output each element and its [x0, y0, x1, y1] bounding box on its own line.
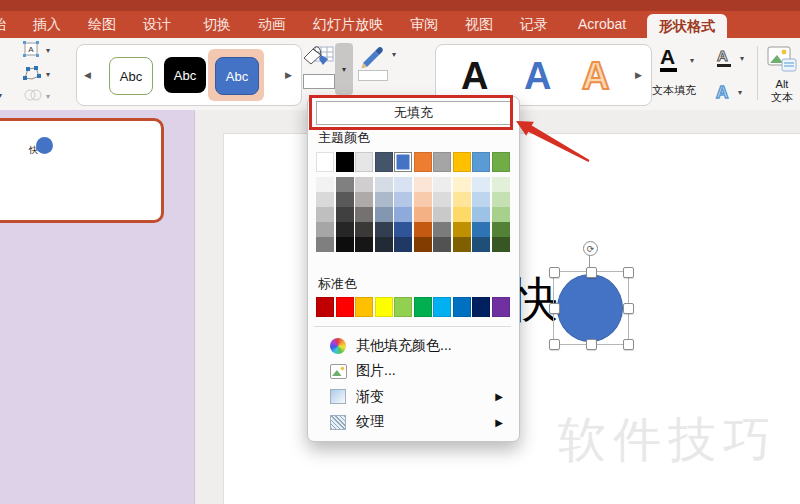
- cut-off-dropdown-icon[interactable]: ▾: [0, 91, 2, 100]
- color-variant-swatch[interactable]: [355, 207, 373, 222]
- color-swatch[interactable]: [414, 297, 432, 317]
- color-variant-swatch[interactable]: [375, 207, 393, 222]
- color-variant-swatch[interactable]: [433, 177, 451, 192]
- tab-Acrobat[interactable]: Acrobat: [578, 11, 626, 38]
- tab-切换[interactable]: 切换: [203, 11, 231, 38]
- text-fill-button[interactable]: A: [660, 46, 677, 72]
- gallery-scroll-left-icon[interactable]: ◀: [84, 70, 91, 80]
- tab-视图[interactable]: 视图: [465, 11, 493, 38]
- color-variant-swatch[interactable]: [336, 222, 354, 237]
- shape-style-preset-black[interactable]: Abc: [164, 57, 206, 93]
- menu-item-图片[interactable]: 图片...: [316, 359, 511, 384]
- text-outline-button[interactable]: A: [717, 48, 731, 67]
- color-swatch[interactable]: [375, 297, 393, 317]
- color-swatch[interactable]: [492, 297, 510, 317]
- color-variant-swatch[interactable]: [492, 192, 510, 207]
- color-variant-swatch[interactable]: [453, 207, 471, 222]
- resize-handle[interactable]: [586, 267, 597, 278]
- color-variant-swatch[interactable]: [355, 222, 373, 237]
- color-variant-swatch[interactable]: [394, 207, 412, 222]
- menu-item-纹理[interactable]: 纹理▶: [316, 410, 511, 435]
- edit-points-dropdown-icon[interactable]: ▾: [46, 70, 50, 79]
- edit-textbox-dropdown-icon[interactable]: ▾: [46, 46, 50, 55]
- tab-动画[interactable]: 动画: [258, 11, 286, 38]
- color-variant-swatch[interactable]: [433, 222, 451, 237]
- color-swatch[interactable]: [472, 297, 490, 317]
- resize-handle[interactable]: [623, 267, 634, 278]
- color-variant-swatch[interactable]: [414, 177, 432, 192]
- menu-item-其他填充颜色[interactable]: 其他填充颜色...: [316, 333, 511, 358]
- text-effects-dropdown-icon[interactable]: ▾: [738, 88, 742, 97]
- gallery-scroll-right-icon[interactable]: ▶: [285, 70, 292, 80]
- tab-设计[interactable]: 设计: [143, 11, 171, 38]
- color-variant-swatch[interactable]: [316, 222, 334, 237]
- color-variant-swatch[interactable]: [394, 237, 412, 252]
- color-variant-swatch[interactable]: [394, 177, 412, 192]
- color-variant-swatch[interactable]: [316, 207, 334, 222]
- shape-style-preset-blue[interactable]: Abc: [215, 57, 259, 95]
- tab-插入[interactable]: 插入: [33, 11, 61, 38]
- shape-style-preset-outline[interactable]: Abc: [109, 57, 153, 95]
- shape-fill-dropdown-button[interactable]: ▾: [335, 43, 353, 95]
- tab-审阅[interactable]: 审阅: [410, 11, 438, 38]
- color-variant-swatch[interactable]: [316, 192, 334, 207]
- wordart-style-orange[interactable]: A: [582, 57, 609, 95]
- color-variant-swatch[interactable]: [355, 192, 373, 207]
- color-swatch[interactable]: [316, 152, 334, 172]
- color-variant-swatch[interactable]: [414, 237, 432, 252]
- color-variant-swatch[interactable]: [453, 237, 471, 252]
- menu-item-渐变[interactable]: 渐变▶: [316, 384, 511, 409]
- shape-outline-dropdown-icon[interactable]: ▾: [392, 50, 396, 59]
- color-variant-swatch[interactable]: [453, 177, 471, 192]
- color-swatch[interactable]: [394, 152, 412, 172]
- color-variant-swatch[interactable]: [375, 222, 393, 237]
- resize-handle[interactable]: [586, 339, 597, 350]
- rotation-handle[interactable]: ⟳: [583, 241, 598, 256]
- color-variant-swatch[interactable]: [355, 177, 373, 192]
- color-variant-swatch[interactable]: [472, 222, 490, 237]
- color-variant-swatch[interactable]: [472, 192, 490, 207]
- color-swatch[interactable]: [375, 152, 393, 172]
- merge-shapes-button[interactable]: [24, 88, 42, 102]
- color-variant-swatch[interactable]: [336, 237, 354, 252]
- color-variant-swatch[interactable]: [472, 177, 490, 192]
- color-variant-swatch[interactable]: [472, 237, 490, 252]
- color-variant-swatch[interactable]: [414, 222, 432, 237]
- color-variant-swatch[interactable]: [336, 207, 354, 222]
- tab-记录[interactable]: 记录: [520, 11, 548, 38]
- slide-thumbnail-1[interactable]: 快: [0, 118, 164, 223]
- color-swatch[interactable]: [316, 297, 334, 317]
- color-variant-swatch[interactable]: [316, 177, 334, 192]
- merge-shapes-dropdown-icon[interactable]: ▾: [46, 92, 50, 101]
- color-variant-swatch[interactable]: [472, 207, 490, 222]
- color-swatch[interactable]: [336, 152, 354, 172]
- color-swatch[interactable]: [394, 297, 412, 317]
- color-variant-swatch[interactable]: [453, 222, 471, 237]
- color-variant-swatch[interactable]: [414, 207, 432, 222]
- color-variant-swatch[interactable]: [355, 237, 373, 252]
- color-swatch[interactable]: [453, 297, 471, 317]
- color-variant-swatch[interactable]: [375, 237, 393, 252]
- color-variant-swatch[interactable]: [433, 237, 451, 252]
- color-variant-swatch[interactable]: [336, 177, 354, 192]
- tab-绘图[interactable]: 绘图: [88, 11, 116, 38]
- color-swatch[interactable]: [433, 152, 451, 172]
- edit-textbox-button[interactable]: A: [22, 41, 40, 57]
- text-effects-button[interactable]: A: [716, 84, 728, 101]
- color-variant-swatch[interactable]: [414, 192, 432, 207]
- color-variant-swatch[interactable]: [492, 222, 510, 237]
- resize-handle[interactable]: [549, 339, 560, 350]
- wordart-style-black[interactable]: A: [461, 57, 488, 95]
- tab-形状格式[interactable]: 形状格式: [647, 14, 727, 38]
- color-variant-swatch[interactable]: [433, 207, 451, 222]
- color-variant-swatch[interactable]: [433, 192, 451, 207]
- color-variant-swatch[interactable]: [316, 237, 334, 252]
- color-swatch[interactable]: [355, 152, 373, 172]
- wordart-scroll-right-icon[interactable]: ▶: [635, 70, 642, 80]
- color-variant-swatch[interactable]: [375, 177, 393, 192]
- resize-handle[interactable]: [549, 267, 560, 278]
- color-variant-swatch[interactable]: [375, 192, 393, 207]
- color-variant-swatch[interactable]: [492, 207, 510, 222]
- color-swatch[interactable]: [355, 297, 373, 317]
- color-variant-swatch[interactable]: [394, 222, 412, 237]
